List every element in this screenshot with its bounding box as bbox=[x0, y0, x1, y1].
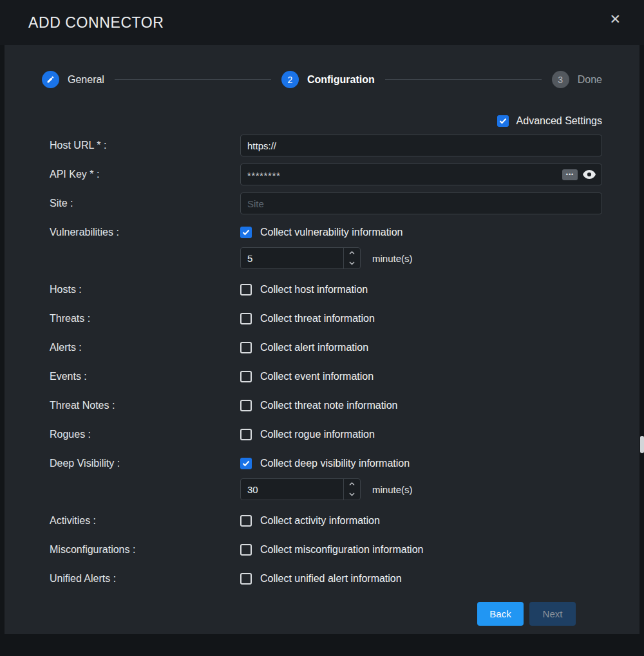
interval-unit-label: minute(s) bbox=[372, 253, 413, 264]
wizard-stepper: General 2 Configuration 3 Done bbox=[5, 45, 639, 88]
threat-notes-label: Threat Notes : bbox=[50, 398, 240, 413]
pencil-icon[interactable] bbox=[42, 71, 59, 88]
vulnerabilities-interval-input[interactable]: 5 bbox=[240, 247, 361, 269]
checkbox-label: Collect alert information bbox=[260, 342, 368, 353]
back-button[interactable]: Back bbox=[477, 602, 524, 626]
interval-unit-label: minute(s) bbox=[372, 484, 413, 495]
rogues-checkbox[interactable]: Collect rogue information bbox=[240, 427, 602, 442]
checkbox-unchecked-icon bbox=[240, 515, 252, 527]
form-row-events: Events : Collect event information bbox=[50, 369, 602, 384]
api-key-label: API Key * : bbox=[50, 169, 240, 180]
events-checkbox[interactable]: Collect event information bbox=[240, 369, 602, 384]
vulnerabilities-checkbox[interactable]: Collect vulnerability information bbox=[240, 225, 602, 240]
advanced-settings-label: Advanced Settings bbox=[516, 115, 602, 127]
checkbox-unchecked-icon bbox=[240, 429, 252, 440]
scrollbar-thumb[interactable] bbox=[640, 436, 644, 453]
site-input[interactable] bbox=[240, 192, 602, 214]
ellipsis-icon[interactable]: ••• bbox=[562, 169, 578, 180]
misconfigurations-checkbox[interactable]: Collect misconfiguration information bbox=[240, 542, 602, 558]
host-url-input[interactable] bbox=[240, 135, 602, 156]
deep-visibility-checkbox[interactable]: Collect deep visibility information bbox=[240, 456, 602, 471]
site-label: Site : bbox=[50, 198, 240, 209]
threat-notes-checkbox[interactable]: Collect threat note information bbox=[240, 398, 602, 413]
activities-checkbox[interactable]: Collect activity information bbox=[240, 513, 602, 529]
step-general-label: General bbox=[68, 74, 104, 86]
vulnerabilities-label: Vulnerabilities : bbox=[50, 225, 240, 240]
checkbox-unchecked-icon bbox=[240, 573, 252, 585]
eye-icon[interactable] bbox=[583, 170, 596, 179]
form-row-threat-notes: Threat Notes : Collect threat note infor… bbox=[50, 398, 602, 413]
step-done-label: Done bbox=[578, 74, 602, 86]
checkbox-label: Collect unified alert information bbox=[260, 573, 402, 585]
checkbox-label: Collect event information bbox=[260, 371, 374, 382]
events-label: Events : bbox=[50, 369, 240, 384]
form-row-rogues: Rogues : Collect rogue information bbox=[50, 427, 602, 442]
checkbox-unchecked-icon bbox=[240, 400, 252, 411]
alerts-label: Alerts : bbox=[50, 340, 240, 355]
configuration-form: Host URL * : API Key * : ••• Site : Vuln… bbox=[5, 127, 639, 626]
number-spinner bbox=[343, 248, 360, 268]
spinner-down-icon[interactable] bbox=[344, 489, 360, 500]
checkbox-label: Collect host information bbox=[260, 284, 368, 295]
step-configuration-label: Configuration bbox=[307, 74, 375, 86]
close-icon[interactable]: ✕ bbox=[609, 12, 621, 26]
unified-alerts-label: Unified Alerts : bbox=[50, 571, 240, 586]
step-general: General bbox=[42, 71, 104, 88]
checkbox-label: Collect vulnerability information bbox=[260, 227, 402, 238]
threats-checkbox[interactable]: Collect threat information bbox=[240, 311, 602, 326]
step-configuration: 2 Configuration bbox=[281, 71, 375, 88]
checkbox-label: Collect threat note information bbox=[260, 400, 397, 411]
checkbox-unchecked-icon bbox=[240, 342, 252, 353]
step-2-circle[interactable]: 2 bbox=[281, 71, 299, 88]
alerts-checkbox[interactable]: Collect alert information bbox=[240, 340, 602, 355]
form-row-api-key: API Key * : ••• bbox=[50, 164, 602, 185]
form-row-alerts: Alerts : Collect alert information bbox=[50, 340, 602, 355]
stepper-connector-line bbox=[115, 79, 271, 80]
spinner-up-icon[interactable] bbox=[344, 479, 360, 489]
checkbox-label: Collect deep visibility information bbox=[260, 458, 410, 469]
deep-visibility-interval-input[interactable]: 30 bbox=[240, 478, 361, 500]
step-done: 3 Done bbox=[552, 71, 602, 88]
spinner-up-icon[interactable] bbox=[344, 248, 360, 258]
api-key-input[interactable] bbox=[241, 168, 562, 181]
spinner-down-icon[interactable] bbox=[344, 258, 360, 268]
api-key-field-wrap: ••• bbox=[240, 164, 602, 185]
form-row-vulnerabilities: Vulnerabilities : Collect vulnerability … bbox=[50, 225, 602, 269]
interval-value: 30 bbox=[241, 479, 343, 500]
checkbox-label: Collect activity information bbox=[260, 515, 380, 527]
form-row-unified-alerts: Unified Alerts : Collect unified alert i… bbox=[50, 571, 602, 586]
checkbox-label: Collect misconfiguration information bbox=[260, 544, 423, 556]
checkbox-label: Collect rogue information bbox=[260, 429, 375, 440]
checkbox-unchecked-icon bbox=[240, 313, 252, 324]
checkbox-unchecked-icon bbox=[240, 371, 252, 382]
add-connector-dialog: General 2 Configuration 3 Done Advanced … bbox=[5, 45, 639, 634]
checkbox-checked-icon bbox=[497, 115, 509, 127]
dialog-footer: Back Next bbox=[50, 594, 602, 626]
checkbox-unchecked-icon bbox=[240, 284, 252, 295]
checkbox-checked-icon bbox=[240, 227, 252, 238]
checkbox-checked-icon bbox=[240, 458, 252, 469]
activities-label: Activities : bbox=[50, 513, 240, 529]
checkbox-unchecked-icon bbox=[240, 544, 252, 556]
hosts-label: Hosts : bbox=[50, 282, 240, 297]
dialog-title-bar: ADD CONNECTOR ✕ bbox=[0, 0, 644, 45]
step-3-circle: 3 bbox=[552, 71, 569, 88]
form-row-site: Site : bbox=[50, 192, 602, 214]
form-row-threats: Threats : Collect threat information bbox=[50, 311, 602, 326]
misconfigurations-label: Misconfigurations : bbox=[50, 542, 240, 558]
form-row-hosts: Hosts : Collect host information bbox=[50, 282, 602, 297]
number-spinner bbox=[343, 479, 360, 500]
dialog-title: ADD CONNECTOR bbox=[28, 14, 164, 32]
checkbox-label: Collect threat information bbox=[260, 313, 375, 324]
deep-visibility-label: Deep Visibility : bbox=[50, 456, 240, 471]
stepper-connector-line bbox=[385, 79, 542, 80]
form-row-misconfigurations: Misconfigurations : Collect misconfigura… bbox=[50, 542, 602, 558]
form-row-deep-visibility: Deep Visibility : Collect deep visibilit… bbox=[50, 456, 602, 500]
hosts-checkbox[interactable]: Collect host information bbox=[240, 282, 602, 297]
form-row-activities: Activities : Collect activity informatio… bbox=[50, 513, 602, 529]
vulnerabilities-interval: 5 minute(s) bbox=[240, 247, 602, 269]
next-button[interactable]: Next bbox=[529, 602, 576, 626]
unified-alerts-checkbox[interactable]: Collect unified alert information bbox=[240, 571, 602, 586]
advanced-settings-checkbox[interactable]: Advanced Settings bbox=[5, 88, 639, 127]
interval-value: 5 bbox=[241, 248, 343, 268]
